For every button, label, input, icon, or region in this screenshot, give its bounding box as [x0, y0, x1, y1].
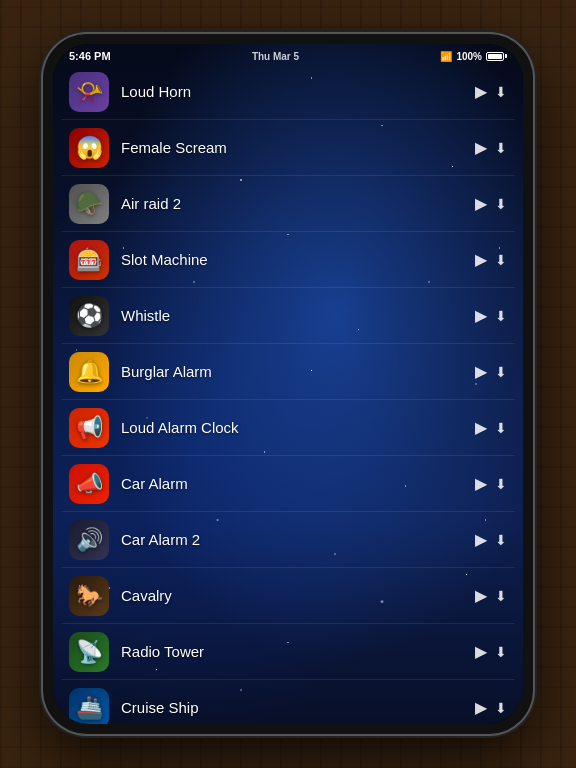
item-icon-cavalry: 🐎	[69, 576, 109, 616]
list-item-loud-alarm-clock: 📢 Loud Alarm Clock ▶ ⬇	[61, 400, 515, 456]
item-actions-car-alarm-2: ▶ ⬇	[475, 530, 507, 549]
play-button-loud-alarm-clock[interactable]: ▶	[475, 418, 487, 437]
download-button-female-scream[interactable]: ⬇	[495, 140, 507, 156]
download-button-air-raid[interactable]: ⬇	[495, 196, 507, 212]
item-name-loud-horn: Loud Horn	[121, 83, 475, 100]
item-name-radio-tower: Radio Tower	[121, 643, 475, 660]
item-name-female-scream: Female Scream	[121, 139, 475, 156]
status-right: 📶 100%	[440, 51, 507, 62]
item-actions-loud-horn: ▶ ⬇	[475, 82, 507, 101]
download-button-radio-tower[interactable]: ⬇	[495, 644, 507, 660]
list-item-cruise-ship: 🚢 Cruise Ship ▶ ⬇	[61, 680, 515, 724]
item-actions-loud-alarm-clock: ▶ ⬇	[475, 418, 507, 437]
item-icon-female-scream: 😱	[69, 128, 109, 168]
item-actions-cruise-ship: ▶ ⬇	[475, 698, 507, 717]
item-actions-whistle: ▶ ⬇	[475, 306, 507, 325]
play-button-burglar-alarm[interactable]: ▶	[475, 362, 487, 381]
item-name-air-raid: Air raid 2	[121, 195, 475, 212]
play-button-air-raid[interactable]: ▶	[475, 194, 487, 213]
play-button-cavalry[interactable]: ▶	[475, 586, 487, 605]
play-button-radio-tower[interactable]: ▶	[475, 642, 487, 661]
list-item-car-alarm: 📣 Car Alarm ▶ ⬇	[61, 456, 515, 512]
item-icon-car-alarm-2: 🔊	[69, 520, 109, 560]
item-name-loud-alarm-clock: Loud Alarm Clock	[121, 419, 475, 436]
status-bar: 5:46 PM Thu Mar 5 📶 100%	[53, 44, 523, 64]
status-time: 5:46 PM	[69, 50, 111, 62]
list-item-slot-machine: 🎰 Slot Machine ▶ ⬇	[61, 232, 515, 288]
download-button-car-alarm[interactable]: ⬇	[495, 476, 507, 492]
item-actions-air-raid: ▶ ⬇	[475, 194, 507, 213]
device-frame: 5:46 PM Thu Mar 5 📶 100% 📯 Loud Horn ▶ ⬇	[43, 34, 533, 734]
item-name-cruise-ship: Cruise Ship	[121, 699, 475, 716]
play-button-car-alarm-2[interactable]: ▶	[475, 530, 487, 549]
list-item-burglar-alarm: 🔔 Burglar Alarm ▶ ⬇	[61, 344, 515, 400]
list-item-air-raid: 🪖 Air raid 2 ▶ ⬇	[61, 176, 515, 232]
play-button-loud-horn[interactable]: ▶	[475, 82, 487, 101]
play-button-cruise-ship[interactable]: ▶	[475, 698, 487, 717]
list-item-radio-tower: 📡 Radio Tower ▶ ⬇	[61, 624, 515, 680]
item-icon-radio-tower: 📡	[69, 632, 109, 672]
item-actions-radio-tower: ▶ ⬇	[475, 642, 507, 661]
download-button-slot-machine[interactable]: ⬇	[495, 252, 507, 268]
sound-list: 📯 Loud Horn ▶ ⬇ 😱 Female Scream ▶ ⬇ 🪖 Ai…	[53, 64, 523, 724]
item-icon-loud-alarm-clock: 📢	[69, 408, 109, 448]
battery-icon	[486, 52, 507, 61]
download-button-loud-alarm-clock[interactable]: ⬇	[495, 420, 507, 436]
battery-percent: 100%	[456, 51, 482, 62]
item-icon-burglar-alarm: 🔔	[69, 352, 109, 392]
list-item-whistle: ⚽ Whistle ▶ ⬇	[61, 288, 515, 344]
play-button-whistle[interactable]: ▶	[475, 306, 487, 325]
download-button-burglar-alarm[interactable]: ⬇	[495, 364, 507, 380]
list-item-cavalry: 🐎 Cavalry ▶ ⬇	[61, 568, 515, 624]
item-name-car-alarm: Car Alarm	[121, 475, 475, 492]
download-button-car-alarm-2[interactable]: ⬇	[495, 532, 507, 548]
item-icon-slot-machine: 🎰	[69, 240, 109, 280]
item-name-burglar-alarm: Burglar Alarm	[121, 363, 475, 380]
device-screen: 5:46 PM Thu Mar 5 📶 100% 📯 Loud Horn ▶ ⬇	[53, 44, 523, 724]
play-button-female-scream[interactable]: ▶	[475, 138, 487, 157]
item-icon-whistle: ⚽	[69, 296, 109, 336]
list-item-car-alarm-2: 🔊 Car Alarm 2 ▶ ⬇	[61, 512, 515, 568]
item-actions-car-alarm: ▶ ⬇	[475, 474, 507, 493]
list-item-female-scream: 😱 Female Scream ▶ ⬇	[61, 120, 515, 176]
item-name-car-alarm-2: Car Alarm 2	[121, 531, 475, 548]
item-icon-air-raid: 🪖	[69, 184, 109, 224]
item-name-whistle: Whistle	[121, 307, 475, 324]
list-item-loud-horn: 📯 Loud Horn ▶ ⬇	[61, 64, 515, 120]
item-actions-burglar-alarm: ▶ ⬇	[475, 362, 507, 381]
download-button-cruise-ship[interactable]: ⬇	[495, 700, 507, 716]
item-actions-female-scream: ▶ ⬇	[475, 138, 507, 157]
download-button-whistle[interactable]: ⬇	[495, 308, 507, 324]
play-button-car-alarm[interactable]: ▶	[475, 474, 487, 493]
item-icon-cruise-ship: 🚢	[69, 688, 109, 725]
item-name-cavalry: Cavalry	[121, 587, 475, 604]
download-button-cavalry[interactable]: ⬇	[495, 588, 507, 604]
item-icon-car-alarm: 📣	[69, 464, 109, 504]
item-actions-slot-machine: ▶ ⬇	[475, 250, 507, 269]
wifi-icon: 📶	[440, 51, 452, 62]
item-actions-cavalry: ▶ ⬇	[475, 586, 507, 605]
item-name-slot-machine: Slot Machine	[121, 251, 475, 268]
download-button-loud-horn[interactable]: ⬇	[495, 84, 507, 100]
play-button-slot-machine[interactable]: ▶	[475, 250, 487, 269]
item-icon-loud-horn: 📯	[69, 72, 109, 112]
status-date: Thu Mar 5	[252, 51, 299, 62]
